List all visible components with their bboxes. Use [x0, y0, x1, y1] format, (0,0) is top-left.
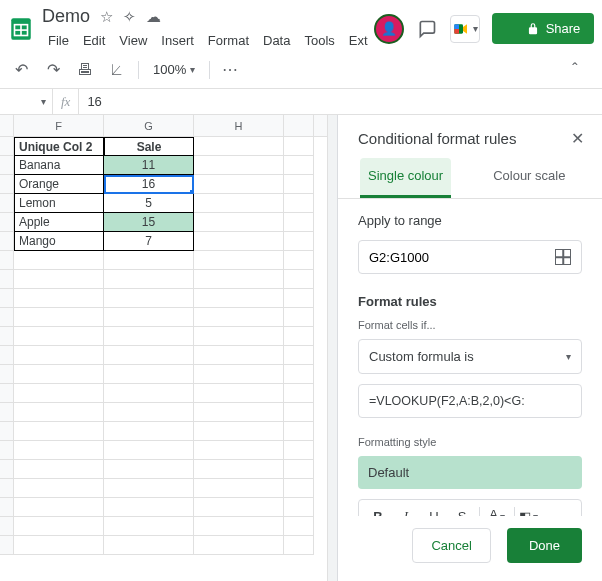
- account-avatar[interactable]: 👤: [374, 14, 404, 44]
- header-cell[interactable]: Sale: [104, 137, 194, 156]
- cell[interactable]: [194, 175, 284, 194]
- zoom-select[interactable]: 100% ▾: [149, 62, 199, 77]
- style-label: Formatting style: [358, 436, 582, 448]
- rules-title: Format rules: [358, 294, 582, 309]
- tab-colour-scale[interactable]: Colour scale: [491, 158, 567, 198]
- more-icon[interactable]: ⋯: [220, 59, 242, 81]
- spreadsheet-grid[interactable]: F G H Unique Col 2 Sale Banana 11: [0, 115, 327, 581]
- move-icon[interactable]: ✧: [123, 8, 136, 26]
- formula-input[interactable]: =VLOOKUP(F2,A:B,2,0)<G:: [358, 384, 582, 418]
- share-label: Share: [546, 21, 581, 36]
- cell[interactable]: [194, 156, 284, 175]
- condition-value: Custom formula is: [369, 349, 474, 364]
- doc-title[interactable]: Demo: [42, 6, 90, 27]
- name-box[interactable]: ▾: [0, 96, 52, 107]
- tab-single-colour[interactable]: Single colour: [360, 158, 451, 198]
- undo-icon[interactable]: ↶: [10, 59, 32, 81]
- toolbar: ↶ ↷ 🖶 ⟀ 100% ▾ ⋯ ˆ: [0, 51, 602, 89]
- comments-icon[interactable]: [416, 18, 438, 40]
- col-header-h[interactable]: H: [194, 115, 284, 136]
- formula-bar-input[interactable]: 16: [79, 94, 101, 109]
- select-range-icon[interactable]: [555, 249, 571, 265]
- scrollbar[interactable]: [327, 115, 337, 581]
- fx-icon: fx: [52, 89, 79, 114]
- cloud-icon[interactable]: ☁: [146, 8, 161, 26]
- menu-extensions[interactable]: Ext: [343, 30, 374, 51]
- range-input[interactable]: [369, 250, 555, 265]
- range-input-wrapper: [358, 240, 582, 274]
- paint-format-icon[interactable]: ⟀: [106, 59, 128, 81]
- menu-insert[interactable]: Insert: [155, 30, 200, 51]
- cancel-button[interactable]: Cancel: [412, 528, 490, 563]
- menu-format[interactable]: Format: [202, 30, 255, 51]
- apply-range-label: Apply to range: [358, 213, 582, 228]
- cell[interactable]: [194, 232, 284, 251]
- close-icon[interactable]: ✕: [571, 129, 584, 148]
- cell[interactable]: 5: [104, 194, 194, 213]
- share-button[interactable]: Share: [492, 13, 595, 44]
- cell[interactable]: [194, 213, 284, 232]
- cell[interactable]: [194, 194, 284, 213]
- cells-if-label: Format cells if...: [358, 319, 582, 331]
- cell[interactable]: 15: [104, 213, 194, 232]
- star-icon[interactable]: ☆: [100, 8, 113, 26]
- cell[interactable]: [194, 137, 284, 156]
- active-cell[interactable]: 16: [104, 175, 194, 194]
- done-button[interactable]: Done: [507, 528, 582, 563]
- col-header-f[interactable]: F: [14, 115, 104, 136]
- cell[interactable]: 7: [104, 232, 194, 251]
- redo-icon[interactable]: ↷: [42, 59, 64, 81]
- collapse-toolbar-icon[interactable]: ˆ: [564, 59, 586, 81]
- sheets-logo-icon[interactable]: [8, 11, 34, 47]
- panel-title: Conditional format rules: [358, 130, 516, 147]
- underline-button[interactable]: U: [421, 504, 447, 516]
- menu-view[interactable]: View: [113, 30, 153, 51]
- svg-rect-6: [454, 29, 459, 34]
- condition-select[interactable]: Custom formula is ▾: [358, 339, 582, 374]
- print-icon[interactable]: 🖶: [74, 59, 96, 81]
- cell[interactable]: Mango: [14, 232, 104, 251]
- style-preview[interactable]: Default: [358, 456, 582, 489]
- menu-file[interactable]: File: [42, 30, 75, 51]
- text-color-button[interactable]: A▾: [484, 504, 510, 516]
- cell[interactable]: Banana: [14, 156, 104, 175]
- cell[interactable]: 11: [104, 156, 194, 175]
- menu-edit[interactable]: Edit: [77, 30, 111, 51]
- meet-icon[interactable]: ▾: [450, 15, 480, 43]
- menu-data[interactable]: Data: [257, 30, 296, 51]
- cell[interactable]: Apple: [14, 213, 104, 232]
- cell[interactable]: Lemon: [14, 194, 104, 213]
- conditional-format-panel: Conditional format rules ✕ Single colour…: [337, 115, 602, 581]
- menu-tools[interactable]: Tools: [298, 30, 340, 51]
- strikethrough-button[interactable]: S: [449, 504, 475, 516]
- format-toolbar: B I U S A▾ ◧▾: [358, 499, 582, 516]
- svg-rect-5: [454, 24, 459, 29]
- cell[interactable]: Orange: [14, 175, 104, 194]
- chevron-down-icon: ▾: [566, 351, 571, 362]
- fill-color-button[interactable]: ◧▾: [519, 504, 537, 516]
- col-header-g[interactable]: G: [104, 115, 194, 136]
- italic-button[interactable]: I: [393, 504, 419, 516]
- zoom-value: 100%: [153, 62, 186, 77]
- header-cell[interactable]: Unique Col 2: [14, 137, 104, 156]
- menubar: File Edit View Insert Format Data Tools …: [42, 27, 374, 51]
- bold-button[interactable]: B: [365, 504, 391, 516]
